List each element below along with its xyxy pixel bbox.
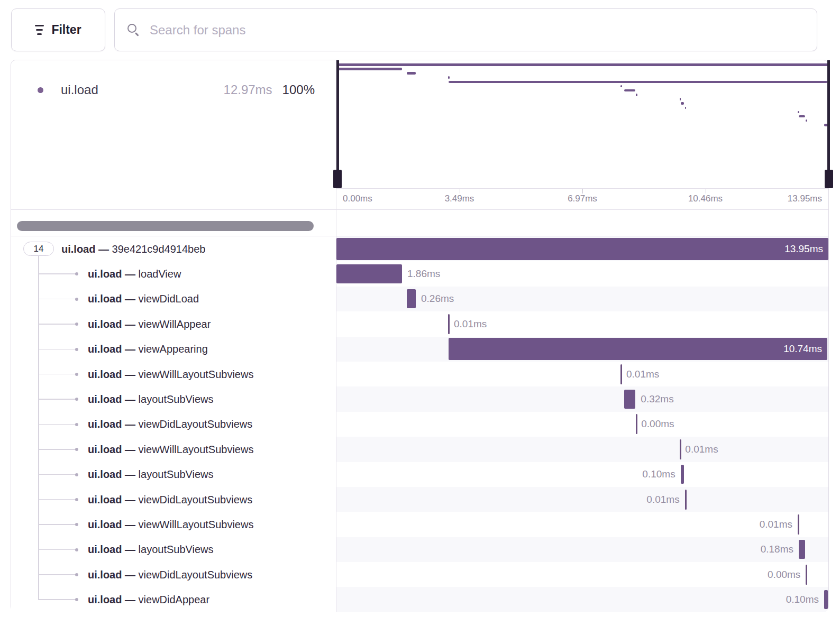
span-row[interactable]: ui.load — viewDidAppear0.10ms	[11, 587, 828, 612]
filter-button[interactable]: Filter	[11, 8, 105, 51]
span-duration-bar[interactable]	[681, 465, 684, 484]
minimap-span-bar	[636, 94, 637, 96]
span-duration-label: 0.00ms	[768, 569, 800, 581]
trace-minimap[interactable]	[336, 60, 828, 188]
span-row[interactable]: ui.load — viewWillLayoutSubviews0.01ms	[11, 362, 828, 386]
span-title-separator: —	[122, 293, 138, 305]
span-row[interactable]: ui.load — viewDidLayoutSubviews0.00ms	[11, 562, 828, 587]
span-op: ui.load	[88, 544, 122, 555]
span-op: ui.load	[88, 594, 122, 605]
span-row[interactable]: ui.load — viewDidLayoutSubviews0.01ms	[11, 487, 828, 512]
filter-button-label: Filter	[51, 23, 81, 37]
tree-connector	[38, 424, 76, 425]
span-bar-cell: 0.10ms	[336, 462, 828, 487]
span-row[interactable]: ui.load — viewWillLayoutSubviews0.01ms	[11, 437, 828, 462]
span-bar-cell: 0.01ms	[336, 362, 828, 386]
minimap-span-bar	[448, 76, 450, 79]
span-duration-bar[interactable]	[407, 289, 416, 308]
axis-tick-mark	[460, 189, 460, 194]
span-row[interactable]: 14ui.load — 39e421c9d4914beb13.95ms	[11, 236, 828, 261]
tree-connector-dot	[75, 573, 78, 576]
child-count-badge[interactable]: 14	[23, 242, 54, 256]
span-search[interactable]	[114, 8, 817, 51]
span-duration-bar[interactable]	[685, 490, 687, 510]
span-title-separator: —	[122, 544, 138, 555]
span-row[interactable]: ui.load — layoutSubViews0.18ms	[11, 537, 828, 562]
tree-connector	[38, 349, 76, 350]
horizontal-scrollbar-thumb[interactable]	[17, 221, 314, 231]
minimap-span-bar	[681, 102, 684, 105]
minimap-span-bar	[806, 119, 807, 122]
span-tree-cell: ui.load — viewWillAppear	[11, 311, 336, 336]
span-op: ui.load	[88, 343, 122, 355]
minimap-span-bar	[799, 115, 805, 118]
span-duration-bar[interactable]: 10.74ms	[449, 338, 827, 360]
viewport-right-handle[interactable]	[825, 170, 833, 188]
tree-connector	[38, 273, 76, 274]
span-description: 39e421c9d4914beb	[112, 243, 206, 254]
span-description: viewDidLayoutSubviews	[139, 568, 253, 580]
span-title: ui.load — viewWillAppear	[88, 318, 211, 330]
span-duration-bar[interactable]	[624, 390, 635, 409]
viewport-left-handle[interactable]	[333, 170, 342, 188]
span-duration-label: 0.01ms	[626, 369, 659, 380]
span-row[interactable]: ui.load — viewWillAppear0.01ms	[11, 311, 828, 336]
span-tree-cell: ui.load — layoutSubViews	[11, 386, 336, 411]
span-title: ui.load — 39e421c9d4914beb	[61, 243, 205, 255]
span-row[interactable]: ui.load — viewDidLoad0.26ms	[11, 287, 828, 311]
span-tree-cell: ui.load — viewDidLayoutSubviews	[11, 412, 336, 437]
span-duration-bar[interactable]	[336, 264, 402, 283]
span-duration-bar[interactable]	[620, 364, 622, 384]
span-duration-bar[interactable]: 13.95ms	[336, 238, 828, 260]
tree-connector	[38, 599, 76, 600]
span-bar-cell: 0.00ms	[336, 412, 828, 437]
minimap-span-bar	[685, 107, 687, 109]
span-description: layoutSubViews	[139, 544, 214, 555]
span-bar-cell: 0.00ms	[336, 562, 828, 587]
axis-tick-label: 3.49ms	[445, 194, 474, 204]
tree-connector-dot	[75, 348, 78, 351]
tree-connector-dot	[75, 548, 78, 551]
ops-legend: ui.load 12.97ms 100%	[11, 60, 336, 188]
span-row[interactable]: ui.load — loadView1.86ms	[11, 261, 828, 286]
trace-waterfall-panel: ui.load 12.97ms 100% 0.00ms3.49ms6.97ms1…	[11, 60, 829, 612]
search-input[interactable]	[150, 23, 804, 38]
span-duration-bar[interactable]	[824, 590, 828, 609]
span-duration-bar[interactable]	[806, 565, 807, 585]
span-op: ui.load	[61, 243, 95, 254]
span-row[interactable]: ui.load — viewDidLayoutSubviews0.00ms	[11, 412, 828, 437]
span-description: viewDidLayoutSubviews	[139, 493, 253, 505]
op-duration: 12.97ms	[224, 82, 272, 97]
span-bar-cell: 0.32ms	[336, 386, 828, 411]
tree-connector-dot	[75, 298, 78, 301]
span-duration-label: 0.01ms	[760, 519, 792, 530]
span-row[interactable]: ui.load — viewAppearing10.74ms	[11, 337, 828, 362]
span-title: ui.load — viewWillLayoutSubviews	[88, 518, 253, 530]
time-axis-track: 0.00ms3.49ms6.97ms10.46ms13.95ms	[336, 188, 828, 209]
minimap-span-bar	[407, 72, 416, 75]
span-duration-bar[interactable]	[799, 540, 805, 559]
span-duration-bar[interactable]	[680, 439, 681, 459]
span-rows: 14ui.load — 39e421c9d4914beb13.95msui.lo…	[11, 236, 828, 612]
span-row[interactable]: ui.load — viewWillLayoutSubviews0.01ms	[11, 512, 828, 537]
span-description: layoutSubViews	[139, 393, 214, 405]
span-description: viewAppearing	[139, 343, 208, 355]
span-row[interactable]: ui.load — layoutSubViews0.32ms	[11, 386, 828, 411]
span-duration-label: 0.32ms	[641, 393, 673, 405]
span-title: ui.load — layoutSubViews	[88, 544, 214, 556]
span-bar-cell: 0.01ms	[336, 487, 828, 512]
span-op: ui.load	[88, 468, 122, 480]
span-duration-bar[interactable]	[798, 514, 799, 535]
span-tree-cell: 14ui.load — 39e421c9d4914beb	[11, 236, 336, 261]
span-tree-cell: ui.load — viewWillLayoutSubviews	[11, 362, 336, 386]
span-row[interactable]: ui.load — layoutSubViews0.10ms	[11, 462, 828, 487]
span-bar-cell: 0.18ms	[336, 537, 828, 562]
span-title: ui.load — viewWillLayoutSubviews	[88, 368, 253, 380]
tree-connector-dot	[75, 448, 78, 451]
span-op: ui.load	[88, 393, 122, 405]
span-duration-bar[interactable]	[636, 414, 637, 434]
span-duration-bar[interactable]	[448, 314, 450, 334]
span-tree-cell: ui.load — viewDidLayoutSubviews	[11, 562, 336, 587]
span-title-separator: —	[122, 418, 138, 430]
span-bar-cell: 0.01ms	[336, 512, 828, 537]
